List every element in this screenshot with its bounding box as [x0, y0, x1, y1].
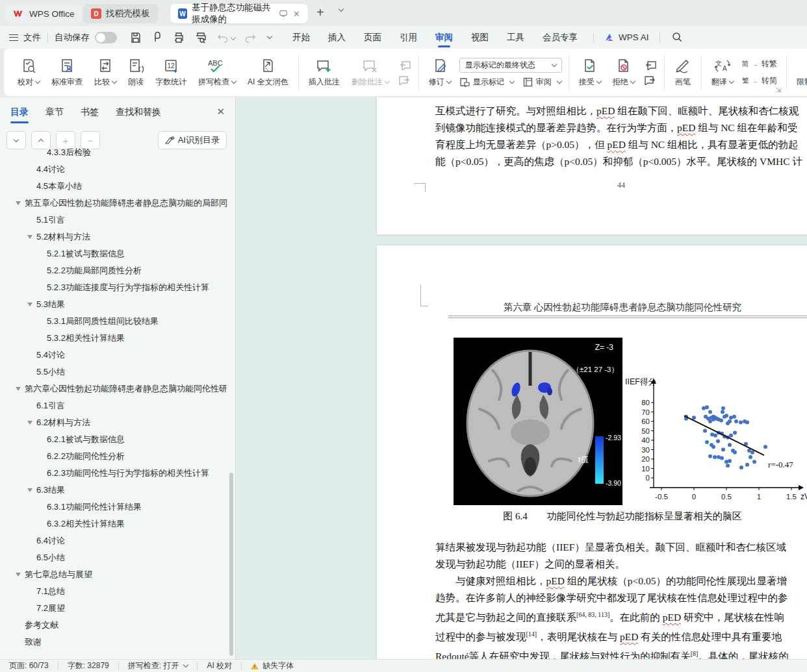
sidebar-tab[interactable]: 查找和替换 [116, 97, 161, 127]
toc-item[interactable]: 5.2.3功能连接度与行为学指标的相关性计算 [0, 279, 229, 296]
toc-item[interactable]: 第五章心因性勃起功能障碍患者静息态脑功能的局部同 ... [0, 195, 229, 212]
toc-item[interactable]: 6.4讨论 [0, 532, 229, 549]
to-simplified-button[interactable]: 繁→ 转简 [742, 75, 777, 86]
ai-polish-button[interactable]: AI 全文润色 [242, 58, 294, 88]
next-comment-icon[interactable] [398, 75, 412, 85]
collapse-triangle-icon[interactable] [27, 235, 32, 239]
ink-brush-button[interactable]: 画笔 [669, 58, 697, 88]
status-missing-font[interactable]: 缺失字体 [242, 660, 303, 671]
collapse-triangle-icon[interactable] [27, 421, 32, 425]
markup-state-dropdown[interactable]: 显示标记的最终状态 [459, 58, 562, 73]
export-pdf-icon[interactable] [152, 32, 162, 44]
menu-tab[interactable]: 工具 [498, 26, 533, 49]
hamburger-menu-icon[interactable] [9, 34, 18, 41]
undo-chevron-icon[interactable] [231, 34, 236, 40]
status-ai-proofread[interactable]: AI 校对 [198, 660, 241, 671]
collapse-triangle-icon[interactable] [27, 303, 32, 306]
show-markup-button[interactable]: 显示标记 [459, 77, 514, 88]
toc-item[interactable]: 致谢 [0, 634, 229, 650]
tab-docer-templates[interactable]: D 找稻壳模板 [83, 4, 158, 23]
previous-comment-icon[interactable] [398, 60, 412, 70]
print-preview-icon[interactable] [195, 32, 207, 44]
save-icon[interactable] [130, 32, 142, 44]
status-page[interactable]: 页面: 60/73 [0, 660, 58, 671]
toc-item[interactable]: 5.1引言 [0, 212, 229, 229]
sidebar-tab[interactable]: 书签 [81, 97, 99, 127]
autosave-toggle[interactable] [95, 32, 117, 44]
toc-item[interactable]: 6.2.3功能同伦性与行为学指标的相关性计算 [0, 465, 229, 482]
redo-icon[interactable] [244, 32, 256, 43]
word-count-button[interactable]: 12 字数统计 [149, 58, 192, 88]
toc-item[interactable]: 7.2展望 [0, 600, 229, 617]
standard-review-button[interactable]: 标准审查 [45, 58, 88, 88]
document-page-44[interactable]: 互模式进行了研究。与对照组相比，pED 组在颞下回、眶额叶、尾状核和杏仁核观到镜… [377, 97, 807, 234]
undo-icon[interactable] [217, 32, 229, 43]
screen-share-icon[interactable] [279, 10, 287, 18]
search-icon[interactable] [672, 32, 683, 43]
file-menu[interactable]: 文件 [23, 32, 41, 44]
toc-item[interactable]: 5.5小结 [0, 364, 229, 380]
status-word-count[interactable]: 字数: 32879 [58, 660, 118, 671]
toc-item[interactable]: 5.3.2相关性计算结果 [0, 330, 229, 347]
toc-item[interactable]: 6.5小结 [0, 549, 229, 566]
read-aloud-button[interactable]: 朗读 [122, 58, 149, 88]
toc-item[interactable]: 4.4讨论 [0, 161, 229, 178]
sidebar-tab[interactable]: 目录 [10, 97, 29, 127]
next-change-icon[interactable] [643, 75, 658, 85]
accept-button[interactable]: 接受 [573, 58, 607, 88]
sidebar-scrollbar[interactable] [229, 473, 233, 656]
toc-item[interactable]: 第六章心因性勃起功能障碍患者静息态脑功能同伦性研 ... [0, 380, 229, 397]
toc-item[interactable]: 6.2.2功能同伦性分析 [0, 448, 229, 465]
collapse-triangle-icon[interactable] [27, 488, 32, 492]
wps-ai-menu[interactable]: WPS AI [600, 32, 653, 42]
toc-item[interactable]: 5.2.2功能局部同质性分析 [0, 262, 229, 279]
menu-tab[interactable]: 页面 [355, 26, 391, 49]
tab-document-active[interactable]: W 基于静息态功能磁共振成像的 ✕ [170, 4, 308, 23]
document-page-45[interactable]: 第六章 心因性勃起功能障碍患者静息态脑功能同伦性研究 [377, 245, 807, 659]
toc-item[interactable]: 6.1引言 [0, 397, 229, 414]
toc-item[interactable]: 7.1总结 [0, 583, 229, 600]
print-icon[interactable] [173, 32, 185, 44]
toc-item[interactable]: 第七章总结与展望 [0, 566, 229, 583]
sidebar-tab[interactable]: 章节 [45, 97, 64, 127]
toc-item[interactable]: 5.2.1被试与数据信息 [0, 245, 229, 262]
previous-change-icon[interactable] [643, 60, 658, 70]
restrict-editing-button[interactable]: 限制编辑 [791, 58, 807, 88]
collapse-triangle-icon[interactable] [16, 573, 21, 577]
reject-button[interactable]: 拒绝 [607, 58, 641, 88]
collapse-triangle-icon[interactable] [16, 201, 21, 205]
toc-item[interactable]: 6.2材料与方法 [0, 414, 229, 431]
close-tab-icon[interactable]: ✕ [293, 9, 300, 19]
toc-item[interactable]: 5.2材料与方法 [0, 229, 229, 245]
menu-tab[interactable]: 开始 [283, 26, 319, 49]
to-traditional-button[interactable]: 简→ 转繁 [742, 58, 777, 69]
new-tab-button[interactable]: + [316, 5, 324, 20]
toc-item[interactable]: 6.3结果 [0, 482, 229, 499]
group-expand-icon[interactable]: ⇲ [776, 86, 781, 93]
spell-check-button[interactable]: ABC 拼写检查 [192, 58, 242, 88]
menu-tab[interactable]: 视图 [462, 26, 498, 49]
tab-wps-office[interactable]: WPS Office [5, 4, 83, 23]
insert-comment-button[interactable]: 插入批注 [303, 58, 346, 88]
menu-tab[interactable]: 引用 [391, 26, 426, 49]
collapse-triangle-icon[interactable] [16, 387, 21, 391]
tab-list-chevron-icon[interactable] [339, 6, 344, 12]
track-changes-button[interactable]: 修订 [423, 58, 457, 88]
close-sidebar-icon[interactable]: ✕ [216, 106, 225, 118]
toc-item[interactable]: 5.3结果 [0, 296, 229, 313]
translate-button[interactable]: 文 A 翻译 [706, 58, 739, 88]
compare-button[interactable]: 比较 [88, 58, 122, 88]
menu-tab[interactable]: 会员专享 [533, 26, 587, 49]
delete-comment-button[interactable]: 删除批注 [346, 58, 395, 88]
toc-item[interactable]: 6.3.1功能同伦性计算结果 [0, 499, 229, 516]
toc-item[interactable]: 5.4讨论 [0, 347, 229, 364]
toc-item[interactable]: 4.5本章小结 [0, 178, 229, 195]
menu-tab[interactable]: 插入 [319, 26, 355, 49]
toc-item[interactable]: 6.2.1被试与数据信息 [0, 431, 229, 448]
toc-item[interactable]: 4.3.3后检验 [0, 144, 229, 161]
proofread-button[interactable]: 校对 [12, 58, 45, 88]
status-spell-check[interactable]: 拼写检查: 打开 [119, 660, 198, 671]
toc-item[interactable]: 参考文献 [0, 617, 229, 634]
toc-item[interactable]: 6.3.2相关性计算结果 [0, 516, 229, 532]
review-pane-button[interactable]: 审阅 [523, 77, 561, 88]
